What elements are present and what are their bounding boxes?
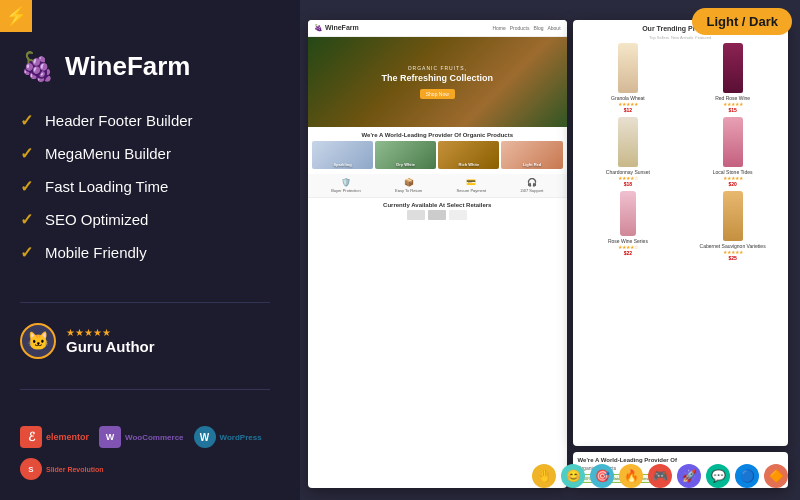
check-icon-5: ✓ bbox=[20, 243, 33, 262]
available-title: Currently Available At Select Retailers bbox=[312, 202, 563, 208]
pf-buyer: 🛡️ Buyer Protection bbox=[331, 178, 361, 193]
return-text: Easy To Return bbox=[395, 188, 422, 193]
prod-item-3: Chardonnay Sunset ★★★★☆ $18 bbox=[578, 117, 679, 187]
light-dark-badge[interactable]: Light / Dark bbox=[692, 8, 792, 35]
prod-item-4: Local Stone Tides ★★★★★ $20 bbox=[682, 117, 783, 187]
pf-return: 📦 Easy To Return bbox=[395, 178, 422, 193]
preview-main: 🍇 WineFarm Home Products Blog About Orga… bbox=[308, 20, 567, 488]
cat-label-1: Sparkling bbox=[312, 162, 373, 167]
pf-support: 🎧 24/7 Support bbox=[520, 178, 543, 193]
cat-dry: Dry White bbox=[375, 141, 436, 169]
preview-secondary: Our Trending Products Top Sellers New Ar… bbox=[573, 20, 788, 488]
wordpress-label: WordPress bbox=[220, 433, 262, 442]
cat-rich: Rich White bbox=[438, 141, 499, 169]
elementor-label: elementor bbox=[46, 432, 89, 442]
prod-price-4: $20 bbox=[728, 181, 736, 187]
brand: 🍇 WineFarm bbox=[20, 50, 270, 83]
bottle-2 bbox=[723, 43, 743, 93]
social-icon-5[interactable]: 🎮 bbox=[648, 464, 672, 488]
prod-nav-3: Featured bbox=[695, 35, 711, 40]
check-icon-2: ✓ bbox=[20, 144, 33, 163]
feature-item-4: ✓ SEO Optimized bbox=[20, 210, 270, 229]
cat-sparkling: Sparkling bbox=[312, 141, 373, 169]
bottle-5 bbox=[620, 191, 636, 236]
features-list: ✓ Header Footer Builder ✓ MegaMenu Build… bbox=[20, 111, 270, 262]
woocommerce-logo: W WooCommerce bbox=[99, 426, 184, 448]
preview-hero: Organic Fruits, The Refreshing Collectio… bbox=[308, 37, 567, 127]
social-icon-4[interactable]: 🔥 bbox=[619, 464, 643, 488]
return-icon: 📦 bbox=[404, 178, 414, 187]
tech-logos: ℰ elementor W WooCommerce W WordPress S … bbox=[20, 426, 270, 480]
cat-light: Light Red bbox=[501, 141, 562, 169]
hero-button[interactable]: Shop Now bbox=[420, 89, 455, 99]
prod-item-2: Red Rose Wine ★★★★★ $15 bbox=[682, 43, 783, 113]
available-logos bbox=[312, 210, 563, 220]
social-icon-8[interactable]: 🔵 bbox=[735, 464, 759, 488]
support-text: 24/7 Support bbox=[520, 188, 543, 193]
prod-item-6: Cabernet Sauvignon Varieties ★★★★★ $25 bbox=[682, 191, 783, 261]
social-icon-6[interactable]: 🚀 bbox=[677, 464, 701, 488]
bottle-4 bbox=[723, 117, 743, 167]
social-icon-1[interactable]: 🤚 bbox=[532, 464, 556, 488]
brand-name: WineFarm bbox=[65, 51, 190, 82]
product-nav: Top Sellers New Arrivals Featured bbox=[578, 35, 783, 40]
feature-text-2: MegaMenu Builder bbox=[45, 145, 171, 162]
divider-2 bbox=[20, 389, 270, 390]
secure-text: Secure Payment bbox=[457, 188, 487, 193]
prod-item-1: Granola Wheat ★★★★★ $12 bbox=[578, 43, 679, 113]
preview-categories: We're A World-Leading Provider Of Organi… bbox=[308, 127, 567, 174]
light-dark-label: Light / Dark bbox=[706, 14, 778, 29]
slider-label: Slider Revolution bbox=[46, 466, 104, 473]
nav-item-3: Blog bbox=[533, 25, 543, 31]
elementor-icon: ℰ bbox=[20, 426, 42, 448]
avail-logo-1 bbox=[407, 210, 425, 220]
social-icon-2[interactable]: 😊 bbox=[561, 464, 585, 488]
product-grid: Granola Wheat ★★★★★ $12 Red Rose Wine ★★… bbox=[578, 43, 783, 261]
feature-item-2: ✓ MegaMenu Builder bbox=[20, 144, 270, 163]
bottle-6 bbox=[723, 191, 743, 241]
preview-products: Our Trending Products Top Sellers New Ar… bbox=[573, 20, 788, 446]
divider bbox=[20, 302, 270, 303]
check-icon-4: ✓ bbox=[20, 210, 33, 229]
buyer-text: Buyer Protection bbox=[331, 188, 361, 193]
bottle-3 bbox=[618, 117, 638, 167]
guru-face-icon: 🐱 bbox=[27, 330, 49, 352]
wordpress-logo: W WordPress bbox=[194, 426, 262, 448]
preview-nav: Home Products Blog About bbox=[492, 25, 560, 31]
elementor-logo: ℰ elementor bbox=[20, 426, 89, 448]
feature-text-1: Header Footer Builder bbox=[45, 112, 193, 129]
prod-price-2: $15 bbox=[728, 107, 736, 113]
social-row: 🤚 😊 🎯 🔥 🎮 🚀 💬 🔵 🔶 bbox=[532, 464, 788, 488]
wordpress-icon: W bbox=[194, 426, 216, 448]
social-icon-9[interactable]: 🔶 bbox=[764, 464, 788, 488]
hero-subtitle: Organic Fruits, bbox=[408, 65, 467, 71]
guru-icon: 🐱 bbox=[20, 323, 56, 359]
brand-icon: 🍇 bbox=[20, 50, 55, 83]
support-icon: 🎧 bbox=[527, 178, 537, 187]
social-icon-3[interactable]: 🎯 bbox=[590, 464, 614, 488]
prod-nav-1: Top Sellers bbox=[649, 35, 669, 40]
prod-price-6: $25 bbox=[728, 255, 736, 261]
lightning-icon: ⚡ bbox=[5, 5, 27, 27]
nav-item-4: About bbox=[547, 25, 560, 31]
bottle-1 bbox=[618, 43, 638, 93]
nav-item-2: Products bbox=[510, 25, 530, 31]
preview-header: 🍇 WineFarm Home Products Blog About bbox=[308, 20, 567, 37]
categories-title: We're A World-Leading Provider Of Organi… bbox=[312, 132, 563, 138]
lightning-badge: ⚡ bbox=[0, 0, 32, 32]
guru-author: 🐱 ★★★★★ Guru Author bbox=[20, 323, 270, 359]
secure-icon: 💳 bbox=[466, 178, 476, 187]
woocommerce-label: WooCommerce bbox=[125, 433, 184, 442]
cat-label-2: Dry White bbox=[375, 162, 436, 167]
organic-title: We're A World-Leading Provider Of bbox=[578, 457, 783, 463]
feature-text-4: SEO Optimized bbox=[45, 211, 148, 228]
avail-logo-3 bbox=[449, 210, 467, 220]
check-icon-3: ✓ bbox=[20, 177, 33, 196]
pf-secure: 💳 Secure Payment bbox=[457, 178, 487, 193]
woocommerce-icon: W bbox=[99, 426, 121, 448]
social-icon-7[interactable]: 💬 bbox=[706, 464, 730, 488]
check-icon-1: ✓ bbox=[20, 111, 33, 130]
prod-price-1: $12 bbox=[624, 107, 632, 113]
guru-label: Guru Author bbox=[66, 338, 155, 355]
prod-price-3: $18 bbox=[624, 181, 632, 187]
